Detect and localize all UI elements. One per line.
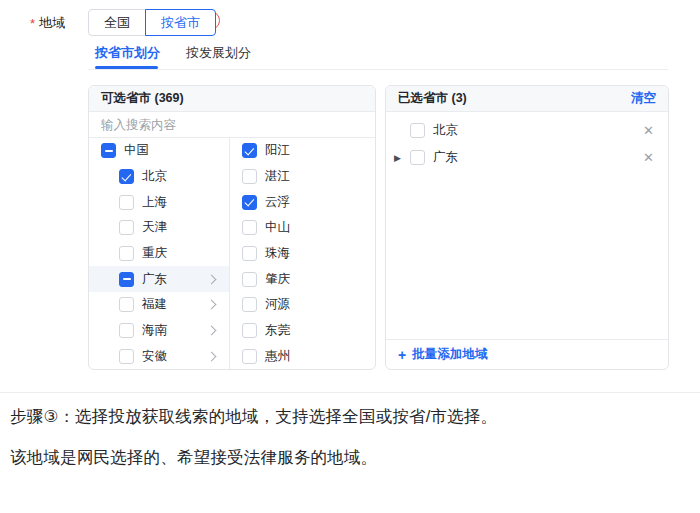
checkbox-empty-icon[interactable] xyxy=(119,195,134,210)
checkbox-indeterminate-icon[interactable] xyxy=(101,143,116,158)
checkbox-empty-icon[interactable] xyxy=(242,272,257,287)
city-row-zhanjiang[interactable]: 湛江 xyxy=(230,164,375,190)
plus-icon: + xyxy=(398,347,406,363)
checkbox-empty-icon[interactable] xyxy=(410,123,425,138)
search-row xyxy=(89,112,375,138)
search-input[interactable] xyxy=(89,118,375,132)
city-row-zhaoqing[interactable]: 肇庆 xyxy=(230,266,375,292)
checkbox-indeterminate-icon[interactable] xyxy=(119,272,134,287)
batch-add-label: 批量添加地域 xyxy=(412,346,487,363)
chevron-right-icon xyxy=(207,274,217,284)
caption-note: 该地域是网民选择的、希望接受法律服务的地域。 xyxy=(10,447,377,469)
region-row-fujian[interactable]: 福建 xyxy=(89,292,229,318)
city-row-heyuan[interactable]: 河源 xyxy=(230,292,375,318)
required-asterisk: * xyxy=(30,16,35,31)
batch-add-region-button[interactable]: + 批量添加地域 xyxy=(386,339,668,369)
chevron-right-icon xyxy=(207,325,217,335)
checkbox-empty-icon[interactable] xyxy=(119,323,134,338)
region-row-hainan[interactable]: 海南 xyxy=(89,318,229,344)
checkbox-checked-icon[interactable] xyxy=(242,143,257,158)
available-panel-title: 可选省市 (369) xyxy=(101,90,184,107)
expand-triangle-icon[interactable]: ▶ xyxy=(394,153,410,163)
checkbox-empty-icon[interactable] xyxy=(119,246,134,261)
selected-panel-header: 已选省市 (3) 清空 xyxy=(386,86,668,112)
selected-regions-panel: 已选省市 (3) 清空 北京 ✕ ▶ 广东 ✕ + 批量添加地域 xyxy=(385,85,669,370)
remove-icon[interactable]: ✕ xyxy=(641,123,656,138)
city-column: 阳江 湛江 云浮 中山 珠海 肇庆 xyxy=(230,138,375,369)
city-row-yangjiang[interactable]: 阳江 xyxy=(230,138,375,164)
checkbox-empty-icon[interactable] xyxy=(410,150,425,165)
chevron-right-icon xyxy=(207,351,217,361)
selected-row-beijing[interactable]: 北京 ✕ xyxy=(386,117,668,144)
region-row-guangdong[interactable]: 广东 xyxy=(89,266,229,292)
clear-all-link[interactable]: 清空 xyxy=(631,90,656,107)
checkbox-empty-icon[interactable] xyxy=(242,246,257,261)
checkbox-empty-icon[interactable] xyxy=(242,323,257,338)
remove-icon[interactable]: ✕ xyxy=(641,150,656,165)
chevron-right-icon xyxy=(207,300,217,310)
region-row-shanghai[interactable]: 上海 xyxy=(89,189,229,215)
field-label: 地域 xyxy=(39,14,65,32)
region-row-china[interactable]: 中国 xyxy=(89,138,229,164)
caption-step-description: 步骤③：选择投放获取线索的地域，支持选择全国或按省/市选择。 xyxy=(10,406,497,428)
region-row-beijing[interactable]: 北京 xyxy=(89,164,229,190)
checkbox-checked-icon[interactable] xyxy=(119,169,134,184)
tabs-divider xyxy=(88,69,668,70)
region-mode-toggle: 全国 按省市 xyxy=(88,9,216,36)
mode-option-by-province[interactable]: 按省市 xyxy=(145,9,216,36)
available-panel-header: 可选省市 (369) xyxy=(89,86,375,112)
city-row-huizhou[interactable]: 惠州 xyxy=(230,343,375,369)
selected-panel-title: 已选省市 (3) xyxy=(398,90,467,107)
province-column: 中国 北京 上海 天津 重庆 广东 xyxy=(89,138,230,369)
checkbox-empty-icon[interactable] xyxy=(119,349,134,364)
checkbox-empty-icon[interactable] xyxy=(242,349,257,364)
city-row-yunfu[interactable]: 云浮 xyxy=(230,189,375,215)
checkbox-empty-icon[interactable] xyxy=(119,220,134,235)
mode-option-nationwide[interactable]: 全国 xyxy=(88,9,146,36)
field-label-row: * 地域 xyxy=(30,14,65,32)
selected-list: 北京 ✕ ▶ 广东 ✕ xyxy=(386,112,668,171)
available-regions-panel: 可选省市 (369) 中国 北京 上海 天津 重庆 xyxy=(88,85,376,370)
region-row-chongqing[interactable]: 重庆 xyxy=(89,241,229,267)
region-row-anhui[interactable]: 安徽 xyxy=(89,343,229,369)
city-row-zhuhai[interactable]: 珠海 xyxy=(230,241,375,267)
selected-row-guangdong[interactable]: ▶ 广东 ✕ xyxy=(386,144,668,171)
checkbox-empty-icon[interactable] xyxy=(242,297,257,312)
city-row-dongguan[interactable]: 东莞 xyxy=(230,318,375,344)
checkbox-checked-icon[interactable] xyxy=(242,195,257,210)
section-divider xyxy=(0,392,700,393)
checkbox-empty-icon[interactable] xyxy=(119,297,134,312)
city-row-zhongshan[interactable]: 中山 xyxy=(230,215,375,241)
region-columns: 中国 北京 上海 天津 重庆 广东 xyxy=(89,138,375,369)
tab-by-development[interactable]: 按发展划分 xyxy=(186,44,251,71)
region-row-tianjin[interactable]: 天津 xyxy=(89,215,229,241)
checkbox-empty-icon[interactable] xyxy=(242,169,257,184)
checkbox-empty-icon[interactable] xyxy=(242,220,257,235)
